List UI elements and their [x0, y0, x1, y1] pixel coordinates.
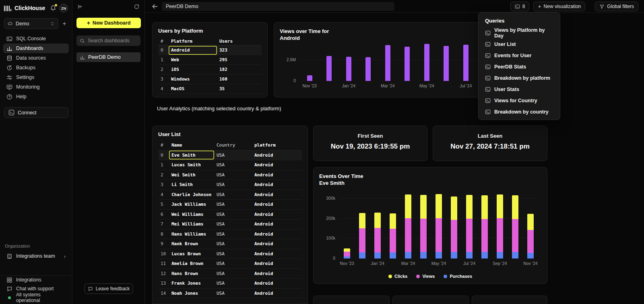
leave-feedback-button[interactable]: Leave feedback: [85, 283, 133, 294]
table-cell[interactable]: Android: [252, 221, 302, 227]
table-cell[interactable]: 0: [158, 153, 169, 158]
table-row[interactable]: 7Mei WilliamsUSAAndroid: [158, 219, 302, 230]
chart-bar[interactable]: [405, 188, 411, 259]
table-cell[interactable]: 160: [217, 77, 262, 82]
table-cell[interactable]: Android: [252, 291, 302, 296]
table-cell[interactable]: 323: [217, 48, 262, 53]
table-cell[interactable]: 0: [158, 48, 169, 53]
table-cell[interactable]: Charlie Johnson: [169, 192, 214, 197]
queries-menu-item-events-for-user[interactable]: Events for User: [479, 50, 560, 61]
new-dashboard-button[interactable]: + New Dashboard: [76, 18, 141, 28]
table-row[interactable]: 4MacOS35: [158, 84, 262, 94]
table-cell[interactable]: Android: [252, 182, 302, 187]
table-cell[interactable]: 9: [158, 241, 169, 246]
table-cell[interactable]: Android: [252, 232, 302, 237]
collapse-sidebar-icon[interactable]: [77, 4, 83, 10]
queries-menu-item-breakdown-by-country[interactable]: Breakdown by country: [479, 106, 560, 118]
chart-bar[interactable]: [420, 188, 427, 259]
legend-item-views[interactable]: Views: [416, 274, 435, 279]
column-header[interactable]: Name: [169, 143, 214, 148]
service-selector[interactable]: Demo: [4, 18, 58, 29]
table-cell[interactable]: 1: [158, 57, 169, 62]
table-cell[interactable]: Android: [252, 241, 302, 246]
table-cell[interactable]: Hank Brown: [169, 241, 214, 246]
table-cell[interactable]: Frank Jones: [169, 281, 214, 286]
chart-bar[interactable]: [463, 45, 469, 81]
avatar[interactable]: ZN: [59, 4, 68, 12]
table-cell[interactable]: 295: [217, 57, 262, 62]
chart-bar[interactable]: [436, 188, 442, 259]
table-cell[interactable]: 6: [158, 212, 169, 217]
table-cell[interactable]: USA: [214, 172, 252, 178]
sidebar-item-sql-console[interactable]: SQL Console: [3, 34, 69, 43]
chart-bar[interactable]: [512, 188, 518, 259]
chart-bar[interactable]: [346, 57, 351, 81]
table-cell[interactable]: Android: [252, 172, 302, 178]
table-cell[interactable]: 35: [217, 86, 262, 91]
chart-bar[interactable]: [424, 44, 429, 81]
chart-bar[interactable]: [326, 56, 332, 81]
column-header[interactable]: Users: [217, 39, 262, 44]
table-row[interactable]: 9Hank BrownUSAAndroid: [158, 239, 302, 249]
table-cell[interactable]: 182: [217, 67, 262, 72]
back-button[interactable]: [151, 3, 159, 10]
table-cell[interactable]: USA: [214, 232, 252, 237]
chart-bar[interactable]: [444, 46, 449, 81]
table-cell[interactable]: Android: [252, 153, 302, 158]
table-cell[interactable]: USA: [214, 281, 252, 286]
table-cell[interactable]: Mei Williams: [169, 221, 214, 227]
table-row[interactable]: 11Amelia BrownUSAAndroid: [158, 259, 302, 269]
table-cell[interactable]: Wei Smith: [169, 172, 214, 178]
table-cell[interactable]: Noah Jones: [169, 291, 214, 296]
connect-button[interactable]: Connect: [4, 107, 68, 118]
table-cell[interactable]: Jack Williams: [169, 202, 214, 207]
partial-card[interactable]: [472, 296, 547, 304]
column-header[interactable]: Country: [214, 143, 252, 148]
table-cell[interactable]: 10: [158, 251, 169, 256]
table-cell[interactable]: 1: [158, 162, 169, 168]
queries-menu-item-views-for-country[interactable]: Views for Country: [479, 95, 560, 106]
table-cell[interactable]: Wei Williams: [169, 212, 214, 217]
legend-item-purchases[interactable]: Purchases: [444, 274, 472, 279]
table-cell[interactable]: iOS: [169, 67, 217, 72]
chart-bar[interactable]: [385, 45, 390, 81]
column-header[interactable]: platform: [252, 143, 302, 148]
table-cell[interactable]: 2: [158, 67, 169, 72]
table-cell[interactable]: USA: [214, 153, 252, 158]
column-header[interactable]: #: [158, 39, 169, 44]
table-cell[interactable]: Android: [252, 192, 302, 197]
dashboard-list-item[interactable]: PeerDB Demo: [76, 52, 140, 62]
new-visualization-button[interactable]: + New visualization: [533, 2, 585, 11]
table-cell[interactable]: 3: [158, 77, 169, 82]
table-row[interactable]: 4Charlie JohnsonUSAAndroid: [158, 190, 302, 200]
chart-bar[interactable]: [374, 188, 381, 259]
notifications-bell-icon[interactable]: [50, 5, 57, 12]
sidebar-item-monitoring[interactable]: Monitoring: [3, 82, 69, 92]
refresh-icon[interactable]: [134, 4, 140, 10]
table-row[interactable]: 1Web295: [158, 55, 262, 65]
table-cell[interactable]: USA: [214, 182, 252, 187]
table-cell[interactable]: 5: [158, 202, 169, 207]
table-cell[interactable]: Web: [169, 57, 217, 62]
dashboards-search[interactable]: [76, 35, 140, 46]
table-cell[interactable]: Android: [252, 261, 302, 266]
queries-count-button[interactable]: 8: [510, 2, 530, 11]
column-header[interactable]: #: [158, 143, 169, 148]
table-row[interactable]: 10Lucas BrownUSAAndroid: [158, 249, 302, 259]
sidebar-item-dashboards[interactable]: Dashboards: [3, 43, 69, 53]
sidebar-item-settings[interactable]: Settings: [3, 72, 69, 82]
table-cell[interactable]: USA: [214, 212, 252, 217]
table-cell[interactable]: Windows: [169, 77, 217, 82]
legend-item-clicks[interactable]: Clicks: [388, 274, 407, 279]
partial-card[interactable]: [313, 296, 390, 304]
table-row[interactable]: 2iOS182: [158, 65, 262, 74]
sidebar-footer-integrations[interactable]: Integrations: [3, 275, 69, 284]
table-cell[interactable]: 4: [158, 86, 169, 91]
table-cell[interactable]: USA: [214, 221, 252, 227]
table-cell[interactable]: Android: [252, 281, 302, 286]
table-cell[interactable]: Lucas Smith: [169, 162, 214, 168]
search-input[interactable]: [88, 38, 137, 43]
table-cell[interactable]: Eve Smith: [169, 151, 214, 159]
table-row[interactable]: 8Hans WilliamsUSAAndroid: [158, 230, 302, 240]
column-header[interactable]: Platform: [169, 39, 217, 44]
